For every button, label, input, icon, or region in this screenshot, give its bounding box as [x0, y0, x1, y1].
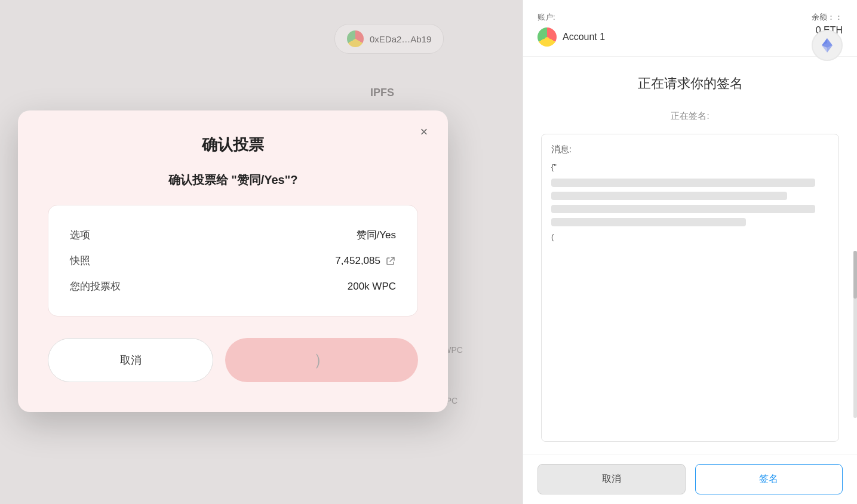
option-label: 选项 — [70, 228, 90, 242]
confirm-button[interactable]: ） — [225, 338, 418, 382]
account-left: 账户: Account 1 — [537, 12, 605, 47]
external-link-icon[interactable] — [385, 256, 396, 266]
message-blur-3 — [551, 205, 815, 213]
option-value: 赞同/Yes — [357, 228, 396, 242]
account-row: 账户: Account 1 余额：： 0 ETH — [537, 12, 843, 47]
account-avatar — [537, 27, 557, 47]
snapshot-row: 快照 7,452,085 — [70, 248, 396, 273]
close-button[interactable]: × — [414, 122, 434, 142]
account-name: Account 1 — [563, 32, 605, 42]
metamask-sign-button[interactable]: 签名 — [695, 464, 843, 494]
voting-power-label: 您的投票权 — [70, 279, 121, 293]
message-blur-1 — [551, 179, 815, 187]
scrollbar-thumb — [853, 251, 857, 299]
eth-logo — [812, 30, 843, 61]
voting-power-row: 您的投票权 200k WPC — [70, 273, 396, 299]
metamask-body: 正在请求你的签名 正在签名: 消息: {" ( — [523, 57, 857, 454]
message-blur-4 — [551, 218, 746, 226]
cancel-button[interactable]: 取消 — [48, 338, 213, 382]
scrollbar[interactable] — [853, 251, 857, 418]
message-label: 消息: — [551, 144, 829, 155]
signing-label: 正在签名: — [541, 110, 839, 122]
message-content: {" ( — [551, 161, 829, 244]
eth-logo-container — [812, 30, 843, 61]
option-row: 选项 赞同/Yes — [70, 222, 396, 248]
voting-power-value: 200k WPC — [348, 281, 396, 293]
snapshot-value: 7,452,085 — [335, 255, 396, 267]
modal-subtitle: 确认投票给 "赞同/Yes"? — [48, 172, 418, 188]
vote-info-box: 选项 赞同/Yes 快照 7,452,085 您的投票权 200k WPC — [48, 205, 418, 316]
metamask-cancel-button[interactable]: 取消 — [537, 464, 686, 494]
metamask-panel: 账户: Account 1 余额：： 0 ETH — [523, 0, 857, 504]
metamask-footer: 取消 签名 — [523, 454, 857, 504]
message-close-paren: ( — [551, 231, 829, 244]
confirm-vote-modal: × 确认投票 确认投票给 "赞同/Yes"? 选项 赞同/Yes 快照 7,45… — [18, 110, 448, 412]
modal-buttons: 取消 ） — [48, 338, 418, 382]
account-label: 账户: — [537, 12, 605, 23]
account-info: Account 1 — [537, 27, 605, 47]
signing-title: 正在请求你的签名 — [541, 75, 839, 93]
balance-label: 余额：： — [812, 12, 843, 23]
message-open-brace: {" — [551, 161, 829, 174]
snapshot-label: 快照 — [70, 254, 90, 268]
message-blur-2 — [551, 192, 787, 200]
metamask-header: 账户: Account 1 余额：： 0 ETH — [523, 0, 857, 57]
modal-title: 确认投票 — [48, 134, 418, 155]
message-section: 消息: {" ( — [541, 134, 839, 442]
